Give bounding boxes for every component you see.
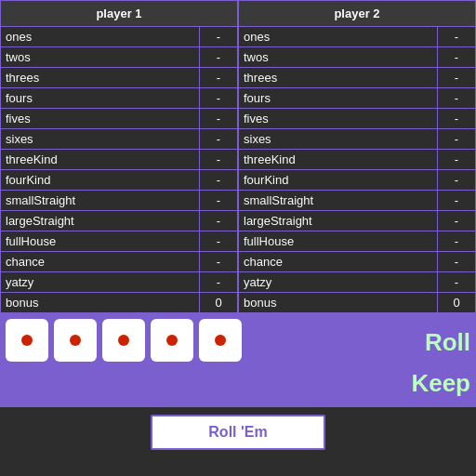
keep-label[interactable]: Keep [411, 369, 470, 397]
row-value: - [200, 272, 237, 292]
table-row[interactable]: threeKind- [1, 150, 237, 170]
table-row[interactable]: sixes- [239, 129, 475, 150]
table-row[interactable]: threeKind- [239, 150, 475, 170]
die-3[interactable] [102, 319, 145, 362]
row-value: - [438, 150, 475, 169]
row-value: - [200, 68, 237, 87]
table-row[interactable]: fourKind- [1, 170, 237, 191]
row-value: 0 [438, 293, 475, 312]
die-2-pip [70, 335, 81, 346]
table-row[interactable]: fullHouse- [239, 231, 475, 252]
table-row[interactable]: fives- [1, 109, 237, 129]
row-label: chance [1, 252, 200, 271]
die-5[interactable] [199, 319, 242, 362]
row-label: sixes [239, 129, 438, 149]
row-label: bonus [1, 293, 200, 312]
row-value: - [438, 252, 475, 271]
row-label: fives [239, 109, 438, 128]
row-value: 0 [200, 293, 237, 312]
dice-row [6, 319, 242, 362]
table-row[interactable]: twos- [239, 47, 475, 68]
row-label: ones [1, 27, 200, 46]
die-1-pip [21, 335, 33, 346]
row-label: fullHouse [239, 231, 438, 251]
row-value: - [438, 129, 475, 149]
row-label: yatzy [239, 272, 438, 292]
row-value: - [200, 129, 237, 149]
row-label: sixes [1, 129, 200, 149]
table-row[interactable]: threes- [239, 68, 475, 88]
row-value: - [438, 170, 475, 190]
row-label: fullHouse [1, 231, 200, 251]
die-4[interactable] [151, 319, 193, 362]
row-label: threes [239, 68, 438, 87]
row-value: - [200, 170, 237, 190]
table-row[interactable]: threes- [1, 68, 237, 88]
row-value: - [200, 231, 237, 251]
row-label: fours [1, 88, 200, 108]
table-row[interactable]: chance- [239, 252, 475, 272]
die-2[interactable] [54, 319, 97, 362]
row-value: - [438, 231, 475, 251]
row-label: ones [239, 27, 438, 46]
table-row[interactable]: fourKind- [239, 170, 475, 191]
row-label: fours [239, 88, 438, 108]
player2-rows: ones-twos-threes-fours-fives-sixes-three… [239, 27, 475, 312]
row-label: largeStraight [1, 211, 200, 231]
row-label: fourKind [239, 170, 438, 190]
table-row[interactable]: ones- [1, 27, 237, 47]
player1-section: player 1 ones-twos-threes-fours-fives-si… [0, 0, 238, 313]
table-row[interactable]: fours- [239, 88, 475, 109]
die-1[interactable] [6, 319, 48, 362]
row-label: chance [239, 252, 438, 271]
table-row[interactable]: largeStraight- [1, 211, 237, 231]
table-row[interactable]: ones- [239, 27, 475, 47]
player2-header: player 2 [239, 1, 475, 27]
table-row[interactable]: sixes- [1, 129, 237, 150]
table-row[interactable]: fives- [239, 109, 475, 129]
table-row[interactable]: bonus0 [1, 293, 237, 312]
row-value: - [438, 27, 475, 46]
row-label: fourKind [1, 170, 200, 190]
row-value: - [438, 191, 475, 210]
table-row[interactable]: fours- [1, 88, 237, 109]
table-row[interactable]: smallStraight- [239, 191, 475, 211]
dice-and-roll-row: Roll [6, 319, 470, 365]
roll-em-container: Roll 'Em [0, 407, 476, 457]
row-value: - [438, 109, 475, 128]
row-label: bonus [239, 293, 438, 312]
row-label: fives [1, 109, 200, 128]
row-label: smallStraight [1, 191, 200, 210]
row-value: - [200, 109, 237, 128]
row-label: threes [1, 68, 200, 87]
row-value: - [200, 211, 237, 231]
row-value: - [438, 88, 475, 108]
player1-header: player 1 [1, 1, 237, 27]
die-3-pip [118, 335, 129, 346]
die-4-pip [166, 335, 178, 346]
row-label: twos [1, 47, 200, 67]
table-row[interactable]: smallStraight- [1, 191, 237, 211]
table-row[interactable]: bonus0 [239, 293, 475, 312]
row-value: - [200, 191, 237, 210]
row-label: yatzy [1, 272, 200, 292]
player2-section: player 2 ones-twos-threes-fours-fives-si… [238, 0, 476, 313]
row-label: smallStraight [239, 191, 438, 210]
bottom-panel: Roll Keep [0, 313, 476, 407]
row-value: - [200, 88, 237, 108]
table-row[interactable]: largeStraight- [239, 211, 475, 231]
roll-label[interactable]: Roll [425, 328, 470, 357]
roll-em-button[interactable]: Roll 'Em [151, 415, 324, 450]
table-row[interactable]: yatzy- [239, 272, 475, 293]
row-value: - [200, 150, 237, 169]
keep-row: Keep [6, 365, 470, 402]
row-value: - [200, 47, 237, 67]
table-row[interactable]: yatzy- [1, 272, 237, 293]
scorecard: player 1 ones-twos-threes-fours-fives-si… [0, 0, 476, 313]
table-row[interactable]: fullHouse- [1, 231, 237, 252]
row-label: threeKind [239, 150, 438, 169]
table-row[interactable]: chance- [1, 252, 237, 272]
row-label: threeKind [1, 150, 200, 169]
row-label: largeStraight [239, 211, 438, 231]
table-row[interactable]: twos- [1, 47, 237, 68]
